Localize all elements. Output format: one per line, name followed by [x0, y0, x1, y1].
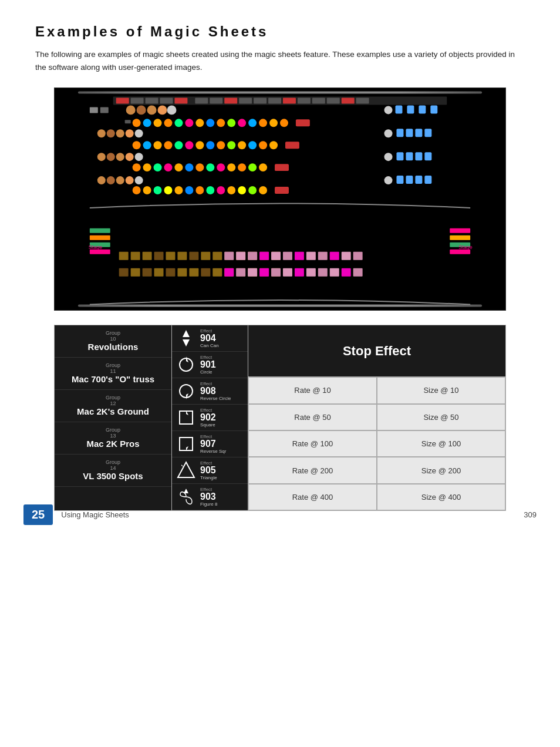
group-label-11: Group11 — [106, 362, 120, 374]
svg-point-65 — [174, 141, 183, 149]
svg-point-41 — [195, 119, 204, 127]
svg-rect-21 — [90, 107, 98, 113]
svg-rect-137 — [177, 252, 187, 260]
size-100-button[interactable]: Size @ 100 — [377, 430, 505, 457]
svg-rect-180 — [318, 268, 328, 277]
group-item-13[interactable]: Group13 Mac 2K Pros — [55, 422, 171, 455]
effect-item-902[interactable]: Effect 902 Square — [172, 405, 248, 431]
effect-icon-triangle — [176, 460, 197, 481]
svg-rect-57 — [396, 129, 403, 137]
stop-effect-button[interactable]: Stop Effect — [343, 344, 411, 359]
svg-rect-59 — [415, 129, 422, 137]
svg-rect-181 — [330, 268, 339, 277]
svg-rect-177 — [283, 268, 292, 277]
svg-point-118 — [217, 186, 225, 194]
page-title: Examples of Magic Sheets — [35, 23, 525, 40]
svg-rect-106 — [396, 176, 403, 184]
svg-point-61 — [133, 141, 141, 149]
svg-point-98 — [259, 163, 267, 171]
effect-item-904[interactable]: Effect 904 Can Can — [172, 325, 248, 352]
effect-item-905[interactable]: Effect 905 Triangle — [172, 457, 248, 484]
svg-point-121 — [248, 186, 257, 194]
rate-size-grid: Rate @ 10 Size @ 10 Rate @ 50 Size @ 50 … — [248, 377, 505, 510]
rate-200-button[interactable]: Rate @ 200 — [248, 457, 377, 483]
svg-point-117 — [206, 186, 214, 194]
effects-column: Effect 904 Can Can Effect 901 Circle — [172, 325, 248, 510]
effect-number-905: 905 — [200, 466, 217, 475]
svg-rect-124 — [90, 228, 110, 233]
svg-point-87 — [143, 163, 151, 171]
svg-rect-127 — [90, 250, 110, 254]
effect-item-901[interactable]: Effect 901 Circle — [172, 352, 248, 378]
svg-point-47 — [259, 119, 267, 127]
effect-item-907[interactable]: Effect 907 Reverse Sqr — [172, 431, 248, 457]
page-description: The following are examples of magic shee… — [35, 48, 517, 73]
svg-text:Stage: Stage — [89, 244, 102, 250]
svg-rect-153 — [306, 252, 316, 260]
svg-point-88 — [154, 163, 162, 171]
svg-rect-60 — [424, 129, 431, 137]
rate-10-button[interactable]: Rate @ 10 — [248, 377, 377, 403]
svg-point-91 — [185, 163, 193, 171]
svg-rect-149 — [259, 252, 269, 260]
svg-rect-33 — [125, 120, 131, 124]
group-name-13: Mac 2K Pros — [86, 439, 139, 449]
svg-rect-154 — [318, 252, 328, 260]
effect-number-901: 901 — [200, 360, 216, 369]
magic-sheet-svg: Stage Stage — [55, 88, 505, 311]
svg-point-102 — [116, 176, 124, 184]
svg-rect-99 — [275, 164, 289, 171]
svg-point-63 — [154, 141, 162, 149]
svg-rect-31 — [419, 106, 426, 114]
svg-rect-14 — [268, 98, 281, 104]
svg-point-39 — [174, 119, 183, 127]
effect-item-908[interactable]: Effect 908 Reverse Circle — [172, 378, 248, 405]
svg-point-114 — [174, 186, 183, 194]
svg-rect-6 — [146, 98, 158, 104]
svg-rect-109 — [424, 176, 431, 184]
svg-rect-12 — [239, 98, 252, 104]
group-item-10[interactable]: Group10 Revolutions — [55, 325, 171, 358]
effect-number-908: 908 — [200, 386, 231, 396]
svg-marker-187 — [183, 339, 190, 346]
effect-info-901: Effect 901 Circle — [200, 355, 216, 375]
size-50-button[interactable]: Size @ 50 — [377, 404, 505, 430]
svg-point-78 — [116, 153, 124, 161]
bottom-panel: Group10 Revolutions Group11 Mac 700's "O… — [54, 325, 506, 511]
svg-rect-30 — [407, 106, 414, 114]
stop-effect-cell[interactable]: Stop Effect — [248, 325, 505, 377]
svg-point-53 — [116, 129, 124, 137]
svg-rect-16 — [298, 98, 311, 104]
group-item-11[interactable]: Group11 Mac 700's "O" truss — [55, 358, 171, 390]
rate-50-button[interactable]: Rate @ 50 — [248, 404, 377, 430]
svg-rect-172 — [224, 268, 234, 277]
size-10-button[interactable]: Size @ 10 — [377, 377, 505, 403]
svg-point-46 — [248, 119, 257, 127]
svg-point-92 — [195, 163, 204, 171]
size-200-button[interactable]: Size @ 200 — [377, 457, 505, 483]
svg-rect-15 — [283, 98, 296, 104]
svg-rect-162 — [166, 268, 176, 277]
svg-rect-164 — [189, 268, 198, 277]
rate-100-button[interactable]: Rate @ 100 — [248, 430, 377, 457]
svg-point-113 — [164, 186, 173, 194]
svg-rect-82 — [396, 152, 403, 160]
effect-name-907: Reverse Sqr — [200, 449, 226, 454]
svg-rect-150 — [271, 252, 281, 260]
group-item-14[interactable]: Group14 VL 3500 Spots — [55, 455, 171, 487]
svg-point-80 — [135, 153, 143, 161]
group-item-12[interactable]: Group12 Mac 2K's Ground — [55, 390, 171, 422]
svg-point-73 — [259, 141, 267, 149]
svg-marker-197 — [181, 465, 184, 467]
group-label-10: Group10 — [106, 330, 120, 342]
svg-point-79 — [126, 153, 134, 161]
effect-icon-reverse-square — [176, 433, 197, 455]
svg-rect-129 — [450, 235, 470, 240]
svg-rect-139 — [201, 252, 210, 260]
effect-number-902: 902 — [200, 413, 216, 422]
groups-column: Group10 Revolutions Group11 Mac 700's "O… — [55, 325, 172, 510]
svg-point-74 — [269, 141, 278, 149]
svg-rect-1 — [78, 92, 482, 94]
svg-point-111 — [143, 186, 151, 194]
effect-name-904: Can Can — [200, 343, 219, 348]
